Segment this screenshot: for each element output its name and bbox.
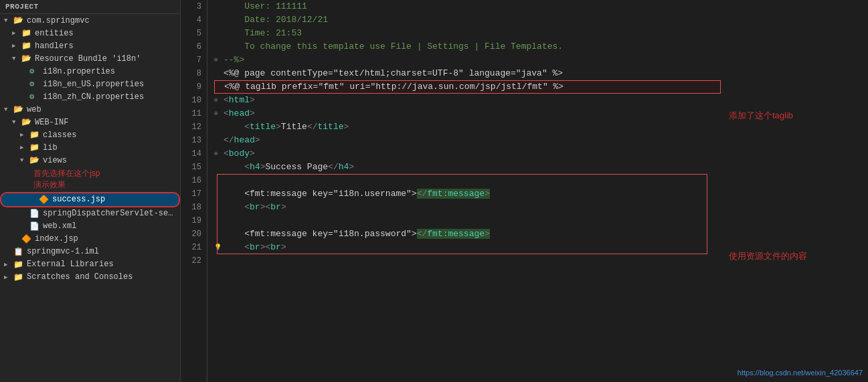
tree-arrow: ▼: [12, 56, 21, 62]
file-xml-icon: 📄: [29, 221, 40, 231]
folder-open-icon: 📂: [21, 117, 32, 127]
sidebar-item-label: i18n_en_US.properties: [43, 80, 144, 89]
code-text: <html>: [224, 94, 255, 107]
code-line: <%@ taglib prefix="fmt" uri="http://java…: [214, 80, 721, 94]
file-props-icon: ⚙: [29, 92, 40, 102]
folder-icon: 📁: [29, 142, 40, 153]
sidebar: PROJECT▼📂com.springmvc▶📁entities▶📁handle…: [0, 0, 181, 382]
folder-open-icon: 📂: [21, 54, 32, 64]
sidebar-item-label: springmvc-1.iml: [27, 247, 99, 256]
resource-annotation: 使用资源文件的内容: [729, 250, 860, 263]
folder-icon: 📁: [21, 28, 32, 38]
fold-icon[interactable]: ⊖: [214, 54, 224, 67]
sidebar-item-web[interactable]: ▼📂web: [0, 103, 180, 116]
file-xml-icon: 📄: [29, 209, 40, 219]
tree-arrow: ▶: [4, 261, 13, 268]
sidebar-item-index-jsp[interactable]: 🔶index.jsp: [0, 233, 180, 246]
fold-icon[interactable]: ⊖: [214, 107, 224, 120]
code-text: <title>Title</title>: [224, 120, 349, 134]
folder-open-icon: 📂: [13, 15, 24, 25]
fold-icon[interactable]: ⊖: [214, 147, 224, 161]
sidebar-item-lib[interactable]: ▶📁lib: [0, 141, 180, 154]
code-content[interactable]: User: 111111 Date: 2018/12/21 Time: 21:5…: [207, 0, 721, 382]
line-number: 13: [181, 134, 201, 147]
sidebar-item-spring-dispatcher[interactable]: 📄springDispatcherServlet-servlet.xml: [0, 207, 180, 220]
line-number: 20: [181, 227, 201, 241]
sidebar-item-label: com.springmvc: [27, 16, 90, 25]
code-line: <title>Title</title>: [214, 120, 721, 134]
code-text: <body>: [224, 147, 255, 161]
code-text: --%>: [224, 54, 244, 67]
tree-arrow: ▶: [4, 274, 13, 281]
sidebar-item-label: classes: [43, 130, 76, 140]
code-text: <head>: [224, 107, 255, 120]
sidebar-item-entities[interactable]: ▶📁entities: [0, 27, 180, 39]
sidebar-item-success-jsp[interactable]: 🔶success.jsp: [0, 192, 180, 207]
sidebar-item-scratches[interactable]: ▶📁Scratches and Consoles: [0, 271, 180, 284]
sidebar-item-com-springmvc[interactable]: ▼📂com.springmvc: [0, 14, 180, 27]
sidebar-item-classes[interactable]: ▶📁classes: [0, 128, 180, 141]
folder-icon: 📁: [13, 272, 24, 282]
line-number: 16: [181, 174, 201, 187]
fold-icon[interactable]: 💡: [214, 241, 224, 254]
sidebar-item-handlers[interactable]: ▶📁handlers: [0, 39, 180, 52]
sidebar-item-springmvc-iml[interactable]: 📋springmvc-1.iml: [0, 246, 180, 258]
line-number: 12: [181, 120, 201, 134]
file-jsp-icon: 🔶: [39, 195, 50, 205]
sidebar-item-resource-bundle[interactable]: ▼📂Resource Bundle 'i18n': [0, 52, 180, 65]
line-numbers: 345678910111213141516171819202122: [181, 0, 207, 382]
folder-icon: 📁: [29, 130, 40, 140]
code-text: User: 111111: [224, 0, 307, 13]
tree-arrow: ▶: [20, 144, 29, 151]
code-line: [214, 214, 721, 227]
sidebar-item-label: springDispatcherServlet-servlet.xml: [43, 209, 177, 218]
sidebar-item-i18n-props[interactable]: ⚙i18n.properties: [0, 65, 180, 78]
sidebar-item-label: handlers: [35, 41, 74, 51]
code-line: User: 111111: [214, 0, 721, 13]
code-text: <%@ page contentType="text/html;charset=…: [224, 67, 563, 80]
line-number: 17: [181, 187, 201, 201]
footer-url: https://blog.csdn.net/weixin_42036647: [737, 368, 863, 378]
line-number: 22: [181, 254, 201, 268]
code-line: <%@ page contentType="text/html;charset=…: [214, 67, 721, 80]
line-number: 11: [181, 107, 201, 120]
sidebar-item-label: Scratches and Consoles: [27, 272, 133, 282]
sidebar-item-i18n-cn-props[interactable]: ⚙i18n_zh_CN.properties: [0, 90, 180, 103]
code-text: <h4>Success Page</h4>: [224, 161, 354, 174]
sidebar-item-web-inf[interactable]: ▼📂WEB-INF: [0, 116, 180, 128]
sidebar-item-label: WEB-INF: [35, 118, 68, 127]
folder-icon: 📁: [13, 260, 24, 270]
code-line: <br><br>: [214, 201, 721, 214]
code-line: <h4>Success Page</h4>: [214, 161, 721, 174]
sidebar-annotation: 首先选择在这个jsp演示效果: [0, 168, 180, 191]
sidebar-item-i18n-en-props[interactable]: ⚙i18n_en_US.properties: [0, 78, 180, 90]
sidebar-item-label: entities: [35, 29, 74, 38]
line-number: 9: [181, 80, 201, 94]
code-line: Date: 2018/12/21: [214, 13, 721, 27]
code-editor: 345678910111213141516171819202122 User: …: [181, 0, 721, 382]
folder-open-icon: 📂: [29, 155, 40, 165]
tree-arrow: ▼: [4, 17, 13, 24]
code-line: </head>: [214, 134, 721, 147]
code-text: <fmt:message key="i18n.username"></fmt:m…: [224, 187, 490, 201]
line-number: 8: [181, 67, 201, 80]
sidebar-item-views[interactable]: ▼📂views: [0, 154, 180, 167]
code-line: ⊖--%>: [214, 54, 721, 67]
sidebar-item-label: lib: [43, 143, 58, 153]
taglib-label: 添加了这个taglib: [729, 110, 793, 120]
code-text: <br><br>: [224, 241, 286, 254]
code-line: ⊖<head>: [214, 107, 721, 120]
code-line: <fmt:message key="i18n.password"></fmt:m…: [214, 227, 721, 241]
sidebar-item-external-libs[interactable]: ▶📁External Libraries: [0, 258, 180, 271]
line-number: 18: [181, 201, 201, 214]
code-text: </head>: [224, 134, 260, 147]
code-line: 💡 <br><br>: [214, 241, 721, 254]
line-number: 14: [181, 147, 201, 161]
sidebar-item-label: views: [43, 156, 67, 165]
fold-icon[interactable]: ⊖: [214, 94, 224, 107]
tree-arrow: ▼: [12, 119, 21, 126]
code-line: [214, 254, 721, 268]
folder-icon: 📁: [21, 41, 32, 51]
file-jsp-icon: 🔶: [21, 234, 32, 244]
sidebar-item-web-xml[interactable]: 📄web.xml: [0, 220, 180, 233]
